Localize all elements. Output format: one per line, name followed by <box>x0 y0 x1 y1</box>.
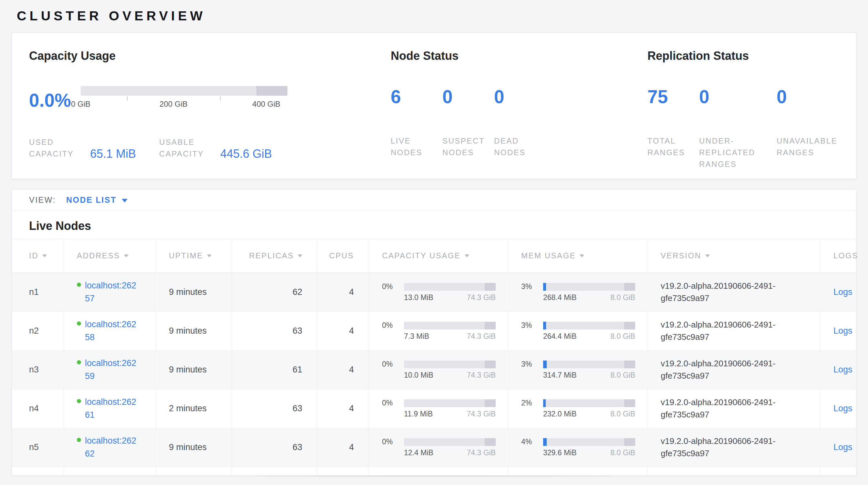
node-address-link[interactable]: localhost:26261 <box>85 396 139 421</box>
under-replicated-ranges-label: UNDER-REPLICATED RANGES <box>699 135 765 170</box>
col-header-label: ADDRESS <box>77 251 120 260</box>
cell-node-id: n3 <box>12 350 64 389</box>
cell-cpus: 4 <box>317 273 369 311</box>
mem-total: 8.0 GiB <box>610 449 635 457</box>
replication-status-section: Replication Status 75 TOTAL RANGES 0 UND… <box>647 49 856 178</box>
capacity-used: 13.0 MiB <box>404 293 433 302</box>
mem-total: 8.0 GiB <box>610 332 635 341</box>
under-replicated-ranges-stat: 0 UNDER-REPLICATED RANGES <box>699 86 777 170</box>
cell-address: localhost:26262 <box>64 428 156 466</box>
logs-link[interactable]: Logs <box>833 287 852 297</box>
col-header-label: UPTIME <box>169 251 203 260</box>
cell-capacity-usage: 0% 10.0 MiB 74.3 GiB <box>369 350 508 389</box>
cell-version: v19.2.0-alpha.20190606-2491-gfe735c9a97 <box>648 350 820 389</box>
col-header-uptime[interactable]: UPTIME <box>156 239 232 273</box>
capacity-bar <box>404 399 496 407</box>
cell-logs: Logs <box>820 350 856 389</box>
capacity-bar <box>404 322 496 330</box>
capacity-bar-dark-segment <box>485 322 496 330</box>
col-header-address[interactable]: ADDRESS <box>64 239 156 273</box>
table-row: n3 localhost:26259 9 minutes 61 4 0% <box>12 350 856 389</box>
mem-used: 268.4 MiB <box>543 293 577 302</box>
cell-mem-usage: 3% 268.4 MiB 8.0 GiB <box>508 273 648 311</box>
node-address-link[interactable]: localhost:26262 <box>85 434 139 460</box>
cell-mem-usage: 3% 314.7 MiB 8.0 GiB <box>508 350 648 389</box>
col-header-label: CPUS <box>329 251 354 260</box>
node-address-link[interactable]: localhost:26257 <box>85 279 139 305</box>
capacity-percent: 0% <box>382 399 404 407</box>
sort-arrow-icon <box>207 254 212 257</box>
col-header-label: REPLICAS <box>249 251 294 260</box>
mem-bar <box>543 322 635 330</box>
cell-logs: Logs <box>820 312 856 350</box>
capacity-bar-dark-segment <box>485 361 496 368</box>
mem-percent: 3% <box>521 321 543 330</box>
unavailable-ranges-stat: 0 UNAVAILABLE RANGES <box>777 86 848 170</box>
cell-address: localhost:26261 <box>64 389 156 428</box>
cell-node-id: n1 <box>12 273 64 311</box>
logs-link[interactable]: Logs <box>833 365 852 375</box>
dead-nodes-stat: 0 DEAD NODES <box>494 86 546 159</box>
col-header-mem-usage[interactable]: MEM USAGE <box>508 239 648 273</box>
capacity-used: 10.0 MiB <box>404 371 433 379</box>
capacity-bar-dark-segment <box>256 86 287 96</box>
cell-replicas: 63 <box>232 312 317 350</box>
mem-percent: 2% <box>521 399 543 407</box>
col-header-label: CAPACITY USAGE <box>382 251 461 260</box>
axis-tick-label: 400 GiB <box>252 99 280 108</box>
mem-percent: 3% <box>521 282 543 291</box>
total-ranges-stat: 75 TOTAL RANGES <box>647 86 699 170</box>
mem-total: 8.0 GiB <box>610 293 635 302</box>
mem-used: 232.0 MiB <box>543 410 577 419</box>
axis-minor-tick <box>220 96 221 101</box>
live-status-dot-icon <box>77 438 81 442</box>
logs-link[interactable]: Logs <box>833 326 852 336</box>
logs-link[interactable]: Logs <box>833 442 852 452</box>
col-header-version[interactable]: VERSION <box>648 239 820 273</box>
cell-capacity-usage: 0% 13.0 MiB 74.3 GiB <box>369 273 508 311</box>
cell-version: v19.2.0-alpha.20190606-2491-gfe735c9a97 <box>648 312 820 350</box>
capacity-bar <box>404 283 496 291</box>
cell-logs: Logs <box>820 389 856 428</box>
live-nodes-label: LIVE NODES <box>391 135 436 159</box>
table-row: n4 localhost:26261 2 minutes 63 4 0% <box>12 389 856 428</box>
mem-total: 8.0 GiB <box>610 371 635 379</box>
table-row-partial <box>12 467 856 475</box>
mem-bar-dark-segment <box>624 438 635 446</box>
col-header-replicas[interactable]: REPLICAS <box>232 239 317 273</box>
cell-uptime: 9 minutes <box>156 312 232 350</box>
view-bar: VIEW: NODE LIST <box>12 190 856 211</box>
cell-version: v19.2.0-alpha.20190606-2491-gfe735c9a97 <box>648 273 820 311</box>
capacity-bar-dark-segment <box>485 438 496 446</box>
used-capacity-value: 65.1 MiB <box>90 147 136 161</box>
col-header-capacity-usage[interactable]: CAPACITY USAGE <box>369 239 508 273</box>
node-status-section: Node Status 6 LIVE NODES 0 SUSPECT NODES… <box>391 49 647 178</box>
node-address-link[interactable]: localhost:26258 <box>85 318 139 343</box>
mem-bar-dark-segment <box>624 361 635 368</box>
capacity-usage-section: Capacity Usage 0.0% 0 GiB 200 GiB <box>29 49 391 178</box>
capacity-usage-bar <box>81 86 287 96</box>
cell-capacity-usage: 0% 7.3 MiB 74.3 GiB <box>369 312 508 350</box>
col-header-label: MEM USAGE <box>521 251 576 260</box>
col-header-id[interactable]: ID <box>12 239 64 273</box>
cell-mem-usage: 4% 329.6 MiB 8.0 GiB <box>508 428 648 466</box>
col-header-cpus[interactable]: CPUS <box>317 239 369 273</box>
mem-used: 264.4 MiB <box>543 332 577 341</box>
axis-minor-tick <box>127 96 128 101</box>
cell-version: v19.2.0-alpha.20190606-2491-gfe735c9a97 <box>648 428 820 466</box>
node-status-title: Node Status <box>391 49 647 63</box>
sort-arrow-icon <box>580 254 584 257</box>
cell-node-id: n4 <box>12 389 64 428</box>
view-selector-dropdown[interactable]: NODE LIST <box>66 195 128 205</box>
logs-link[interactable]: Logs <box>833 403 852 413</box>
node-address-link[interactable]: localhost:26259 <box>85 357 139 382</box>
cell-uptime: 9 minutes <box>156 350 232 389</box>
sort-arrow-icon <box>298 254 302 257</box>
live-nodes-title: Live Nodes <box>12 219 856 233</box>
dead-nodes-label: DEAD NODES <box>494 135 539 159</box>
capacity-percent: 0% <box>382 321 404 330</box>
cell-cpus: 4 <box>317 312 369 350</box>
page-title: CLUSTER OVERVIEW <box>17 8 868 24</box>
mem-used: 329.6 MiB <box>543 449 577 457</box>
mem-bar <box>543 399 635 407</box>
